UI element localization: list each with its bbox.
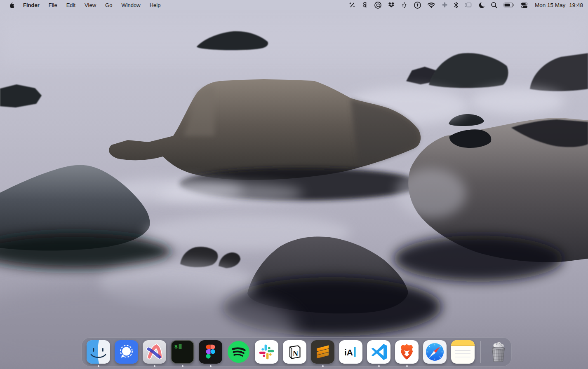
dock-separator	[480, 341, 481, 363]
menu-bar: Finder File Edit View Go Window Help	[0, 0, 588, 10]
dock-craft[interactable]	[143, 340, 166, 364]
dock-notes[interactable]	[451, 340, 475, 364]
dock-spotify[interactable]	[227, 340, 250, 364]
menu-window[interactable]: Window	[117, 0, 145, 10]
notion-icon: N	[283, 340, 306, 364]
setapp-icon[interactable]	[398, 0, 411, 10]
dock-finder[interactable]	[87, 340, 110, 364]
apple-logo-icon	[8, 2, 14, 9]
figma-icon	[199, 340, 222, 364]
clock-date: Mon 15 May	[535, 2, 565, 8]
menu-help[interactable]: Help	[145, 0, 165, 10]
battery-icon[interactable]	[501, 0, 517, 10]
menu-edit[interactable]: Edit	[62, 0, 80, 10]
dock-terminal[interactable]: $	[171, 340, 194, 364]
menu-finder[interactable]: Finder	[19, 0, 44, 10]
svg-text:iA: iA	[344, 348, 353, 357]
menu-file[interactable]: File	[44, 0, 62, 10]
dock-ia-writer[interactable]: iA	[339, 340, 362, 364]
1password-icon[interactable]	[411, 0, 424, 10]
apple-menu[interactable]	[0, 0, 19, 10]
spotify-icon	[227, 340, 250, 364]
clock-time: 19:48	[569, 2, 583, 8]
bluetooth-icon[interactable]	[451, 0, 461, 10]
desktop: Finder File Edit View Go Window Help	[0, 0, 588, 369]
signal-icon	[115, 340, 138, 364]
dock: $	[81, 337, 512, 367]
dock-slack[interactable]	[255, 340, 278, 364]
safari-icon	[423, 340, 447, 364]
dock-notion[interactable]: N	[283, 340, 306, 364]
notes-icon	[451, 340, 475, 364]
menu-view[interactable]: View	[80, 0, 101, 10]
vscode-icon	[367, 340, 390, 364]
plus-extension-icon[interactable]	[438, 0, 451, 10]
focus-moon-icon[interactable]	[475, 0, 488, 10]
dock-sublime[interactable]	[311, 340, 334, 364]
dock-vscode[interactable]	[367, 340, 390, 364]
svg-text:$: $	[174, 344, 178, 350]
spotlight-icon[interactable]	[488, 0, 501, 10]
dock-safari[interactable]	[423, 340, 447, 364]
brave-icon	[395, 340, 419, 364]
dock-signal[interactable]	[115, 340, 138, 364]
slack-icon	[255, 340, 278, 364]
dock-brave[interactable]	[395, 340, 419, 364]
finder-icon	[87, 340, 110, 364]
menu-go[interactable]: Go	[101, 0, 117, 10]
adobe-creative-cloud-icon[interactable]	[371, 0, 385, 10]
sublime-text-icon	[311, 340, 334, 364]
trash-full-icon	[487, 340, 510, 364]
desktop-wallpaper	[0, 0, 588, 369]
dock-figma[interactable]	[199, 340, 222, 364]
craft-icon	[143, 340, 166, 364]
terminal-icon: $	[171, 340, 194, 364]
sparkles-slash-icon[interactable]	[346, 0, 359, 10]
dropbox-icon[interactable]	[385, 0, 398, 10]
ia-writer-icon: iA	[339, 340, 362, 364]
control-center-icon[interactable]	[517, 0, 531, 10]
menubar-clock[interactable]: Mon 15 May 19:48	[531, 2, 583, 8]
dock-trash[interactable]	[487, 340, 510, 364]
svg-text:N: N	[293, 350, 298, 358]
figma-menubar-icon[interactable]	[359, 0, 371, 10]
wifi-icon[interactable]	[424, 0, 438, 10]
hidden-bar-icon[interactable]	[461, 0, 475, 10]
